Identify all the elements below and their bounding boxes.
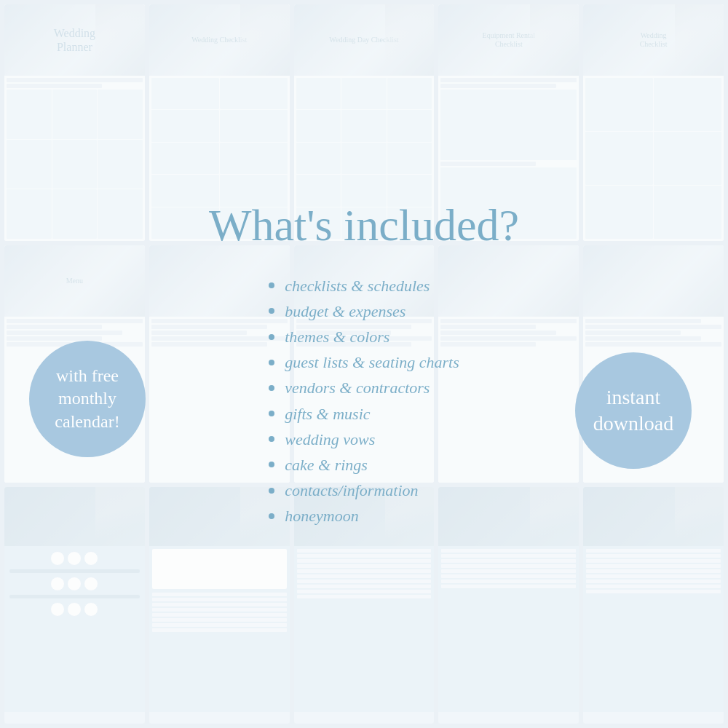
list-item-honeymoon: honeymoon [269,503,459,529]
bullet-icon [269,334,274,340]
main-container: WeddingPlanner Wedding Checklist [0,0,728,728]
badge-left-text: with free monthly calendar! [29,357,146,440]
bullet-icon [269,282,274,288]
list-item-themes: themes & colors [269,324,459,349]
free-calendar-badge: with free monthly calendar! [29,341,146,457]
bullet-icon [269,488,274,494]
bullet-icon [269,436,274,442]
list-item-contacts: contacts/information [269,478,459,503]
bullet-icon [269,308,274,314]
list-item-vendors: vendors & contractors [269,375,459,400]
bullet-icon [269,411,274,416]
list-item-gifts: gifts & music [269,401,459,427]
bullet-icon [269,513,274,519]
bullet-icon [269,462,274,467]
badge-right-text: instant download [575,377,692,445]
heading-section: What's included? [209,199,519,266]
bullet-icon [269,360,274,365]
whats-included-heading: What's included? [209,199,519,251]
instant-download-badge: instant download [575,352,692,469]
list-item-checklists: checklists & schedules [269,273,459,298]
list-item-budget: budget & expenses [269,298,459,324]
included-list: checklists & schedules budget & expenses… [269,273,459,529]
content-overlay: with free monthly calendar! instant down… [0,0,728,728]
list-item-cake: cake & rings [269,452,459,478]
bullet-icon [269,385,274,391]
list-item-guest-lists: guest lists & seating charts [269,349,459,375]
list-item-vows: wedding vows [269,427,459,452]
